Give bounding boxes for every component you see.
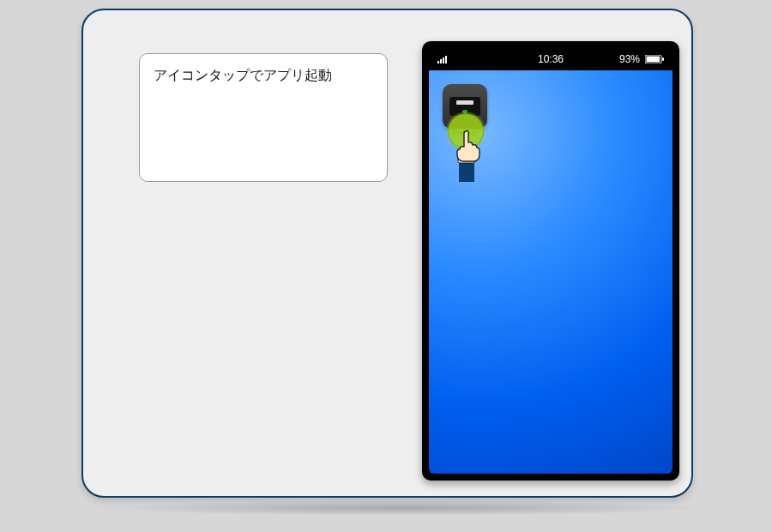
phone-status-bar: 10:36 93% <box>429 48 672 70</box>
svg-rect-7 <box>459 160 474 182</box>
instruction-card: アイコンタップでアプリ起動 10 <box>81 9 693 498</box>
signal-icon <box>437 55 451 63</box>
svg-rect-8 <box>458 156 475 163</box>
svg-rect-2 <box>443 57 444 63</box>
device-glyph-icon <box>449 97 480 116</box>
card-shadow <box>99 500 708 516</box>
phone-mock: 10:36 93% <box>422 41 679 481</box>
instruction-box: アイコンタップでアプリ起動 <box>139 53 388 182</box>
app-icon-label: PressIT <box>437 130 492 137</box>
phone-home-screen: PressIT <box>429 70 672 474</box>
stage: アイコンタップでアプリ起動 10 <box>0 0 772 532</box>
app-icon-pressit[interactable] <box>443 84 487 129</box>
svg-rect-0 <box>437 61 439 63</box>
status-right: 93% <box>619 53 664 65</box>
svg-rect-3 <box>445 56 447 63</box>
pointing-hand-icon <box>451 129 482 182</box>
phone-screen-frame: 10:36 93% <box>429 48 672 474</box>
status-left <box>437 55 451 63</box>
battery-percent: 93% <box>619 53 640 65</box>
instruction-text: アイコンタップでアプリ起動 <box>154 68 332 82</box>
battery-icon <box>645 55 664 63</box>
svg-rect-5 <box>647 57 660 63</box>
svg-rect-1 <box>440 59 442 63</box>
svg-rect-6 <box>662 57 664 61</box>
